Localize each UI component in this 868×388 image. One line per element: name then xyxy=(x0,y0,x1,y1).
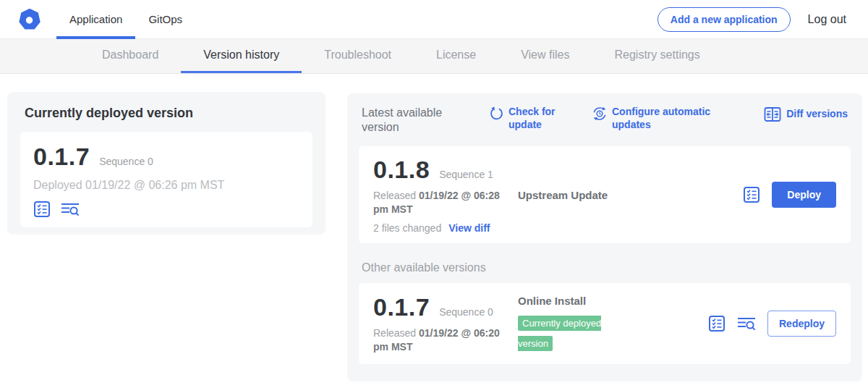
top-header: Application GitOps Add a new application… xyxy=(0,0,868,39)
heptagon-logo-icon xyxy=(19,9,41,30)
configure-automatic-updates-label: Configure automatic updates xyxy=(612,106,719,131)
tab-application-label: Application xyxy=(69,13,122,25)
subtab-troubleshoot[interactable]: Troubleshoot xyxy=(302,39,414,73)
currently-deployed-panel: Currently deployed version 0.1.7 Sequenc… xyxy=(7,92,326,235)
subtab-version-history[interactable]: Version history xyxy=(181,39,302,73)
diff-icon xyxy=(764,106,781,122)
check-for-update-label: Check for update xyxy=(509,106,561,131)
preflight-checks-icon[interactable] xyxy=(743,186,760,203)
subtab-dashboard[interactable]: Dashboard xyxy=(80,39,181,73)
latest-sequence-label: Sequence 1 xyxy=(439,169,493,180)
deployed-version-card: 0.1.7 Sequence 0 Deployed 01/19/22 @ 06:… xyxy=(20,132,312,227)
check-for-update-link[interactable]: Check for update xyxy=(489,106,561,131)
other-released-timestamp: Released 01/19/22 @ 06:20 pm MST xyxy=(373,326,505,354)
view-logs-icon[interactable] xyxy=(737,316,756,332)
latest-released-timestamp: Released 01/19/22 @ 06:28 pm MST xyxy=(373,189,505,216)
tab-application[interactable]: Application xyxy=(56,0,135,38)
add-application-button[interactable]: Add a new application xyxy=(658,7,791,32)
view-logs-icon[interactable] xyxy=(61,201,80,217)
app-subnav: Dashboard Version history Troubleshoot L… xyxy=(0,39,868,74)
deployed-timestamp: Deployed 01/19/22 @ 06:26 pm MST xyxy=(33,179,299,192)
currently-deployed-title: Currently deployed version xyxy=(20,106,312,121)
view-diff-link[interactable]: View diff xyxy=(448,222,490,234)
files-changed-label: 2 files changed xyxy=(373,222,441,234)
diff-versions-link[interactable]: Diff versions xyxy=(764,106,848,122)
deployed-version-number: 0.1.7 xyxy=(33,143,90,171)
currently-deployed-badge: Currently deployed version xyxy=(518,316,601,351)
other-available-versions-title: Other available versions xyxy=(362,261,851,274)
logout-button[interactable]: Log out xyxy=(808,13,846,26)
version-card-other: 0.1.7 Sequence 0 Released 01/19/22 @ 06:… xyxy=(359,283,851,364)
main-content: Currently deployed version 0.1.7 Sequenc… xyxy=(0,74,868,387)
redeploy-button[interactable]: Redeploy xyxy=(767,311,836,337)
other-version-number: 0.1.7 xyxy=(373,293,430,321)
refresh-icon xyxy=(489,106,503,121)
deploy-button[interactable]: Deploy xyxy=(772,182,836,208)
configure-automatic-updates-link[interactable]: Configure automatic updates xyxy=(592,106,719,131)
preflight-checks-icon[interactable] xyxy=(708,315,726,332)
released-label: Released xyxy=(373,327,416,339)
latest-source-label: Upstream Update xyxy=(518,189,743,201)
subtab-registry-settings[interactable]: Registry settings xyxy=(592,39,722,73)
version-card-latest: 0.1.8 Sequence 1 Released 01/19/22 @ 06:… xyxy=(359,146,851,243)
tab-gitops-label: GitOps xyxy=(148,13,182,25)
latest-version-number: 0.1.8 xyxy=(373,156,430,184)
tab-gitops[interactable]: GitOps xyxy=(135,0,195,38)
deployed-sequence-label: Sequence 0 xyxy=(99,156,153,167)
other-sequence-label: Sequence 0 xyxy=(439,306,493,318)
diff-versions-label: Diff versions xyxy=(786,108,848,121)
subtab-view-files[interactable]: View files xyxy=(498,39,592,73)
subtab-license[interactable]: License xyxy=(414,39,498,73)
released-label: Released xyxy=(373,190,416,201)
latest-available-title: Latest available version xyxy=(359,106,451,135)
header-spacer xyxy=(195,0,658,38)
available-versions-panel: Latest available version Check for updat… xyxy=(347,93,862,381)
auto-update-icon xyxy=(592,106,607,121)
app-logo[interactable] xyxy=(0,0,56,38)
other-source-label: Online Install xyxy=(518,295,708,307)
preflight-checks-icon[interactable] xyxy=(33,201,51,218)
